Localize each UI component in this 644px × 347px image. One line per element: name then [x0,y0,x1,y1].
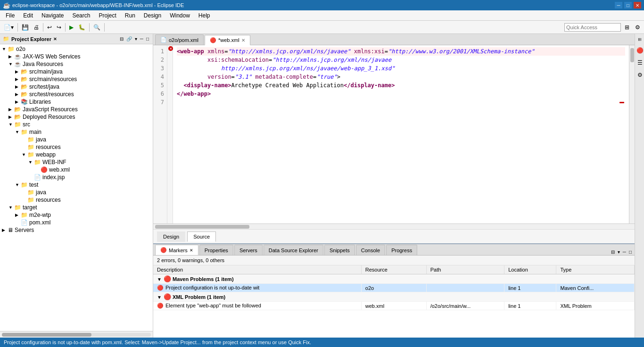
tree-item-indexjsp[interactable]: 📄index.jsp [0,174,153,181]
sidebar-btn-3[interactable]: ☰ [636,58,644,68]
view-menu-button[interactable]: ▾ [134,36,138,42]
menu-file[interactable]: File [2,11,18,20]
tree-arrow-m2e-wtp[interactable]: ▶ [15,213,20,217]
redo-button[interactable]: ↪ [55,22,63,33]
tree-item-src-test-res[interactable]: ▶📂src/test/resources [0,91,153,98]
menu-window[interactable]: Window [166,11,194,20]
tree-item-webapp[interactable]: ▼📁webapp [0,151,153,158]
menu-project[interactable]: Project [95,11,120,20]
datasource-tab[interactable]: Data Source Explorer [264,245,323,255]
open-perspective-button[interactable]: ⊞ [623,22,631,33]
tree-arrow-src[interactable]: ▼ [8,122,13,127]
tree-item-target[interactable]: ▼📁target [0,204,153,211]
tree-item-resources[interactable]: 📁resources [0,143,153,151]
link-editor-button[interactable]: 🔗 [125,36,133,42]
maximize-button[interactable]: □ [624,2,632,8]
code-editor[interactable]: <web-app xmlns="http://xmlns.jcp.org/xml… [173,45,629,223]
perspective-settings-button[interactable]: ⚙ [633,22,642,33]
tree-item-js-res[interactable]: ▶📂JavaScript Resources [0,106,153,113]
editor-horizontal-scrollbar[interactable] [153,223,635,229]
tree-arrow-target[interactable]: ▼ [8,205,13,210]
tab-web-xml[interactable]: 🔴 *web.xml ✕ [205,35,250,45]
menu-edit[interactable]: Edit [19,11,37,20]
tree-arrow-java-res[interactable]: ▼ [8,62,13,66]
menu-help[interactable]: Help [195,11,214,20]
run-button[interactable]: ▶ [67,22,75,33]
bottom-minimize-button[interactable]: ─ [622,249,627,255]
marker-row-0-0[interactable]: 🔴Project configuration is not up-to-date… [153,284,635,292]
tree-item-main[interactable]: ▼📁main [0,128,153,136]
tree-arrow-src-main-java[interactable]: ▶ [15,69,20,74]
console-tab[interactable]: Console [356,245,385,255]
tree-arrow-src-test-res[interactable]: ▶ [15,92,20,97]
marker-group-1[interactable]: ▼🔴 XML Problem (1 item) [153,292,635,302]
tree-item-webinf[interactable]: ▼📁WEB-INF [0,158,153,166]
sidebar-btn-2[interactable]: 🔴 [636,45,644,56]
bottom-maximize-button[interactable]: □ [628,249,633,255]
menu-run[interactable]: Run [121,11,139,20]
tree-arrow-src-test-java[interactable]: ▶ [15,84,20,89]
tree-item-java-res[interactable]: ▼☕Java Resources [0,60,153,68]
search-button[interactable]: 🔍 [91,22,102,33]
project-explorer-scrollbar[interactable] [0,331,153,338]
tree-item-src[interactable]: ▼📁src [0,121,153,128]
tree-item-test[interactable]: ▼📁test [0,181,153,189]
design-tab[interactable]: Design [157,231,185,242]
tree-item-jaxws[interactable]: ▶☕JAX-WS Web Services [0,53,153,60]
tree-arrow-o2o[interactable]: ▼ [2,47,7,51]
tree-arrow-main[interactable]: ▼ [15,130,20,134]
sidebar-btn-4[interactable]: ⚙ [636,70,644,80]
tree-arrow-webapp[interactable]: ▼ [22,152,26,157]
tree-arrow-webinf[interactable]: ▼ [28,160,33,165]
properties-tab[interactable]: Properties [199,245,233,255]
source-tab[interactable]: Source [187,231,216,242]
tree-arrow-test[interactable]: ▼ [15,182,20,187]
editor-content[interactable]: 1 2 3 4 5 6 7 ✕ <web-app xmlns="http://x… [153,45,635,223]
web-xml-tab-close[interactable]: ✕ [241,38,245,43]
tree-item-src-main-java[interactable]: ▶📂src/main/java [0,68,153,75]
new-button[interactable]: 📄▾ [2,22,16,33]
close-button[interactable]: ✕ [634,2,641,8]
group-expand-0[interactable]: ▼ [157,277,162,282]
tree-arrow-libraries[interactable]: ▶ [15,99,20,104]
tree-item-test-resources[interactable]: 📁resources [0,196,153,204]
markers-tab[interactable]: 🔴 Markers ✕ [155,245,198,255]
tree-arrow-servers[interactable]: ▶ [2,228,7,232]
tree-item-o2o[interactable]: ▼📁o2o [0,45,153,53]
tree-item-servers[interactable]: ▶🖥Servers [0,226,153,234]
undo-button[interactable]: ↩ [45,22,54,33]
bottom-panel-btn2[interactable]: ▾ [617,249,621,255]
tree-arrow-jaxws[interactable]: ▶ [8,54,13,59]
tree-item-test-java[interactable]: 📁java [0,189,153,196]
progress-tab[interactable]: Progress [386,245,417,255]
tree-arrow-src-main-res[interactable]: ▶ [15,77,20,82]
menu-design[interactable]: Design [140,11,165,20]
tree-item-m2e-wtp[interactable]: ▶📁m2e-wtp [0,211,153,219]
menu-navigate[interactable]: Navigate [38,11,67,20]
servers-tab[interactable]: Servers [234,245,263,255]
debug-button[interactable]: 🐛 [76,22,87,33]
menu-search[interactable]: Search [68,11,94,20]
maximize-panel-button[interactable]: □ [145,36,150,42]
tree-item-webxml[interactable]: 🔴web.xml [0,166,153,174]
print-button[interactable]: 🖨 [32,22,41,33]
marker-group-0[interactable]: ▼🔴 Maven Problems (1 item) [153,274,635,284]
tree-item-deployed-res[interactable]: ▶📂Deployed Resources [0,113,153,121]
collapse-all-button[interactable]: ⊟ [119,36,124,42]
minimize-panel-button[interactable]: ─ [139,36,144,42]
sidebar-btn-1[interactable]: ≡ [636,36,644,43]
snippets-tab[interactable]: Snippets [324,245,355,255]
tree-arrow-deployed-res[interactable]: ▶ [8,115,13,119]
tree-item-src-test-java[interactable]: ▶📂src/test/java [0,83,153,91]
quick-access-input[interactable] [564,23,621,32]
tree-arrow-js-res[interactable]: ▶ [8,107,13,112]
save-button[interactable]: 💾 [20,22,31,33]
marker-row-1-0[interactable]: 🔴Element type "web-app" must be followed… [153,302,635,310]
editor-vertical-scrollbar[interactable] [629,45,635,223]
tree-item-java[interactable]: 📁java [0,136,153,143]
minimize-button[interactable]: ─ [615,2,622,8]
tree-item-src-main-res[interactable]: ▶📂src/main/resources [0,75,153,83]
bottom-panel-btn1[interactable]: ⊟ [610,249,616,255]
tab-pom-xml[interactable]: 📄 o2o/pom.xml [155,34,204,45]
tree-item-libraries[interactable]: ▶📚Libraries [0,98,153,106]
